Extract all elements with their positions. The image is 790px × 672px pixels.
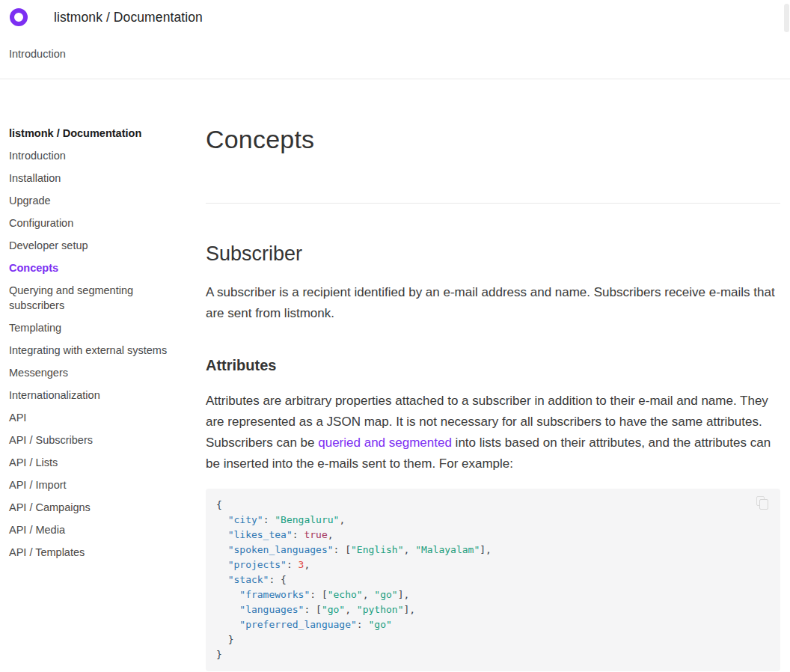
json-code-block: { "city": "Bengaluru", "likes_tea": true…: [206, 489, 780, 671]
sidebar-item-concepts[interactable]: Concepts: [9, 260, 176, 275]
copy-icon[interactable]: [756, 496, 770, 511]
attributes-heading: Attributes: [206, 355, 780, 375]
sidebar-item-introduction[interactable]: Introduction: [9, 148, 176, 163]
sidebar-item-integrating-with-external-systems[interactable]: Integrating with external systems: [9, 343, 176, 358]
sidebar-item-api-templates[interactable]: API / Templates: [9, 545, 176, 560]
app-header: listmonk / Documentation Introduction: [0, 0, 790, 79]
subscriber-paragraph: A subscriber is a recipient identified b…: [206, 282, 780, 324]
sidebar-item-api-media[interactable]: API / Media: [9, 522, 176, 537]
attributes-paragraph: Attributes are arbitrary properties atta…: [206, 391, 780, 474]
listmonk-logo-icon[interactable]: [10, 8, 28, 26]
sidebar-item-internationalization[interactable]: Internationalization: [9, 388, 176, 403]
scrollbar-thumb[interactable]: [784, 4, 789, 32]
main-content: Concepts Subscriber A subscriber is a re…: [206, 126, 790, 672]
sidebar-item-upgrade[interactable]: Upgrade: [9, 193, 176, 208]
subscriber-heading: Subscriber: [206, 242, 780, 266]
sidebar-item-developer-setup[interactable]: Developer setup: [9, 238, 176, 253]
code-content: { "city": "Bengaluru", "likes_tea": true…: [216, 498, 770, 662]
sidebar-item-api[interactable]: API: [9, 410, 176, 425]
sidebar-item-querying-and-segmenting-subscribers[interactable]: Querying and segmenting subscribers: [9, 283, 176, 313]
page-title: Concepts: [206, 126, 780, 153]
sidebar-nav: IntroductionInstallationUpgradeConfigura…: [9, 148, 176, 560]
sidebar-item-installation[interactable]: Installation: [9, 171, 176, 186]
sidebar-item-api-subscribers[interactable]: API / Subscribers: [9, 433, 176, 448]
sidebar-item-templating[interactable]: Templating: [9, 320, 176, 335]
header-top: listmonk / Documentation: [0, 0, 790, 34]
sidebar-item-messengers[interactable]: Messengers: [9, 365, 176, 380]
sidebar-title: listmonk / Documentation: [9, 126, 176, 141]
sidebar-item-api-lists[interactable]: API / Lists: [9, 455, 176, 470]
sidebar-item-api-campaigns[interactable]: API / Campaigns: [9, 500, 176, 515]
sidebar-item-api-import[interactable]: API / Import: [9, 477, 176, 492]
breadcrumb-introduction-link[interactable]: Introduction: [9, 48, 66, 60]
queried-and-segmented-link[interactable]: queried and segmented: [318, 436, 452, 450]
breadcrumb: Introduction: [0, 34, 790, 79]
title-divider: [206, 203, 780, 204]
page-layout: listmonk / Documentation IntroductionIns…: [0, 79, 790, 672]
sidebar-item-configuration[interactable]: Configuration: [9, 216, 176, 230]
site-title: listmonk / Documentation: [54, 10, 203, 25]
sidebar: listmonk / Documentation IntroductionIns…: [0, 126, 206, 672]
